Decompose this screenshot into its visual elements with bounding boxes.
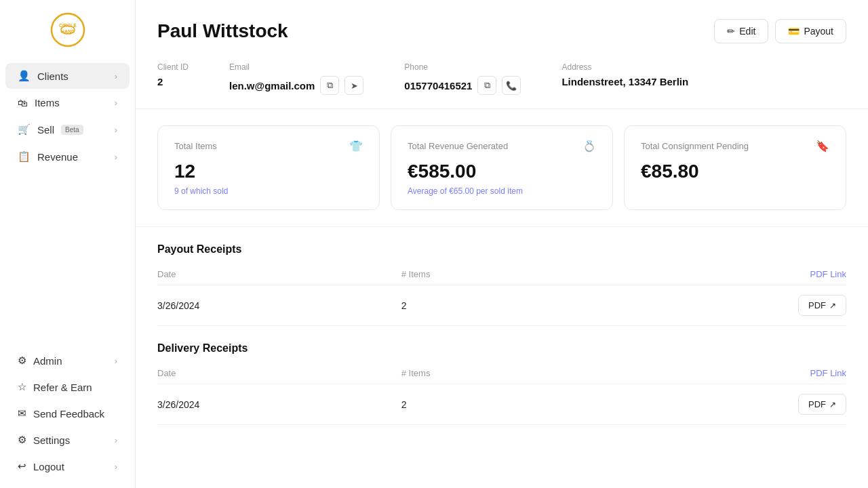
tshirt-icon: 👕: [349, 140, 363, 152]
chevron-right-icon: ›: [115, 462, 117, 472]
total-revenue-title: Total Revenue Generated: [408, 141, 508, 151]
header-actions: ✏ Edit 💳 Payout: [714, 19, 846, 43]
edit-button[interactable]: ✏ Edit: [714, 19, 768, 43]
delivery-pdf-cell: PDF ↗: [568, 384, 846, 425]
client-id-label: Client ID: [157, 62, 189, 72]
beta-badge: Beta: [61, 125, 83, 135]
total-revenue-value: €585.00: [408, 161, 596, 182]
payout-label: Payout: [804, 26, 833, 37]
payout-receipts-section: Payout Receipts Date # Items PDF Link 3/…: [136, 227, 868, 326]
total-items-card: Total Items 👕 12 9 of which sold: [157, 125, 380, 210]
sidebar-item-label: Settings: [33, 434, 70, 446]
feedback-icon: ✉: [18, 407, 26, 420]
stats-grid: Total Items 👕 12 9 of which sold Total R…: [157, 125, 846, 210]
total-consignment-title: Total Consignment Pending: [641, 141, 749, 151]
sidebar-item-settings[interactable]: ⚙ Settings ›: [5, 427, 130, 453]
refer-icon: ☆: [18, 381, 26, 393]
client-id-value: 2: [157, 76, 189, 87]
sidebar-item-clients[interactable]: 👤 Clients ›: [5, 63, 130, 89]
clients-icon: 👤: [18, 70, 31, 82]
total-items-title: Total Items: [174, 141, 217, 151]
total-items-value: 12: [174, 161, 363, 182]
payout-icon: 💳: [788, 26, 800, 37]
tag-icon: 🔖: [816, 140, 829, 152]
copy-email-button[interactable]: ⧉: [320, 76, 339, 95]
sidebar-item-items[interactable]: 🛍 Items ›: [5, 90, 130, 115]
sidebar-item-label: Clients: [37, 70, 68, 82]
table-row: 3/26/2024 2 PDF ↗: [157, 384, 846, 425]
stats-section: Total Items 👕 12 9 of which sold Total R…: [136, 109, 868, 227]
delivery-receipts-table: Date # Items PDF Link 3/26/2024 2 PDF ↗: [157, 363, 846, 425]
sell-icon: 🛒: [18, 123, 31, 136]
ring-icon: 💍: [583, 140, 596, 152]
chevron-right-icon: ›: [115, 356, 117, 366]
client-info: Client ID 2 Email len.w@gmail.com ⧉ ➤ Ph…: [136, 56, 868, 109]
edit-label: Edit: [739, 26, 755, 37]
phone-label: Phone: [404, 62, 521, 72]
payout-pdf-button[interactable]: PDF ↗: [798, 295, 846, 316]
email-field: Email len.w@gmail.com ⧉ ➤: [229, 62, 363, 95]
page-header: Paul Wittstock ✏ Edit 💳 Payout: [136, 0, 868, 56]
main-content: Paul Wittstock ✏ Edit 💳 Payout Client ID…: [136, 0, 868, 488]
total-consignment-card: Total Consignment Pending 🔖 €85.80: [624, 125, 846, 210]
phone-field: Phone 015770416521 ⧉ 📞: [404, 62, 521, 95]
delivery-pdf-button[interactable]: PDF ↗: [798, 394, 846, 415]
payout-date-cell: 3/26/2024: [157, 285, 401, 326]
settings-icon: ⚙: [18, 434, 26, 446]
table-row: 3/26/2024 2 PDF ↗: [157, 285, 846, 326]
page-title: Paul Wittstock: [157, 20, 288, 42]
sidebar-item-label: Refer & Earn: [33, 382, 92, 393]
payout-items-cell: 2: [401, 285, 568, 326]
admin-icon: ⚙: [18, 354, 26, 367]
send-email-button[interactable]: ➤: [344, 76, 363, 95]
total-revenue-card: Total Revenue Generated 💍 €585.00 Averag…: [391, 125, 613, 210]
external-link-icon: ↗: [829, 301, 836, 310]
address-field: Address Lindenstreet, 13347 Berlin: [561, 62, 688, 87]
chevron-right-icon: ›: [115, 125, 117, 135]
chevron-right-icon: ›: [115, 152, 117, 162]
items-icon: 🛍: [18, 97, 28, 108]
sidebar: CIRCLE HAND 👤 Clients › 🛍 Items › 🛒 Sell…: [0, 0, 136, 488]
sidebar-item-label: Admin: [33, 355, 62, 367]
delivery-date-cell: 3/26/2024: [157, 384, 401, 425]
email-value: len.w@gmail.com: [229, 80, 315, 92]
total-items-sub: 9 of which sold: [174, 186, 363, 196]
sidebar-item-label: Logout: [33, 461, 64, 472]
sidebar-item-feedback[interactable]: ✉ Send Feedback: [5, 401, 130, 426]
pdf-label: PDF: [808, 399, 826, 409]
payout-date-col: Date: [157, 264, 401, 285]
payout-pdf-col: PDF Link: [568, 264, 846, 285]
chevron-right-icon: ›: [115, 435, 117, 445]
payout-receipts-table: Date # Items PDF Link 3/26/2024 2 PDF ↗: [157, 264, 846, 326]
sidebar-nav: 👤 Clients › 🛍 Items › 🛒 Sell Beta › 📋 R: [0, 60, 135, 488]
sidebar-item-label: Items: [35, 97, 60, 108]
sidebar-item-refer[interactable]: ☆ Refer & Earn: [5, 374, 130, 400]
sidebar-item-label: Revenue: [37, 151, 78, 163]
send-icon: ➤: [351, 81, 358, 91]
edit-icon: ✏: [727, 26, 735, 37]
total-revenue-sub: Average of €65.00 per sold item: [408, 186, 596, 196]
total-consignment-value: €85.80: [641, 161, 829, 182]
sidebar-item-logout[interactable]: ↩ Logout ›: [5, 453, 130, 479]
copy-icon: ⧉: [484, 80, 490, 91]
delivery-date-col: Date: [157, 363, 401, 384]
sidebar-item-sell[interactable]: 🛒 Sell Beta ›: [5, 117, 130, 142]
address-label: Address: [561, 62, 688, 72]
sidebar-item-admin[interactable]: ⚙ Admin ›: [5, 348, 130, 373]
logout-icon: ↩: [18, 460, 26, 472]
sidebar-item-revenue[interactable]: 📋 Revenue ›: [5, 144, 130, 169]
call-button[interactable]: 📞: [502, 76, 521, 95]
address-value: Lindenstreet, 13347 Berlin: [561, 76, 688, 87]
client-id-field: Client ID 2: [157, 62, 189, 87]
phone-value: 015770416521: [404, 80, 472, 92]
copy-phone-button[interactable]: ⧉: [477, 76, 496, 95]
revenue-icon: 📋: [18, 150, 31, 163]
payout-button[interactable]: 💳 Payout: [775, 19, 846, 43]
payout-items-col: # Items: [401, 264, 568, 285]
delivery-receipts-title: Delivery Receipts: [157, 342, 846, 354]
payout-pdf-cell: PDF ↗: [568, 285, 846, 326]
pdf-label: PDF: [808, 300, 826, 310]
delivery-receipts-section: Delivery Receipts Date # Items PDF Link …: [136, 326, 868, 425]
sidebar-item-label: Sell: [37, 124, 54, 136]
chevron-right-icon: ›: [115, 98, 117, 108]
